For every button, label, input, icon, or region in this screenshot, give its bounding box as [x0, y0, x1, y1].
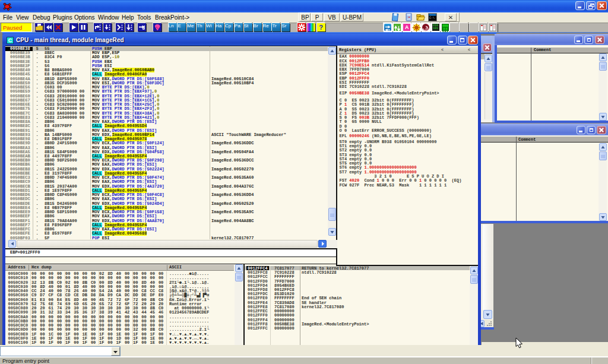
svg-text:C:\: C:\ [429, 17, 435, 20]
